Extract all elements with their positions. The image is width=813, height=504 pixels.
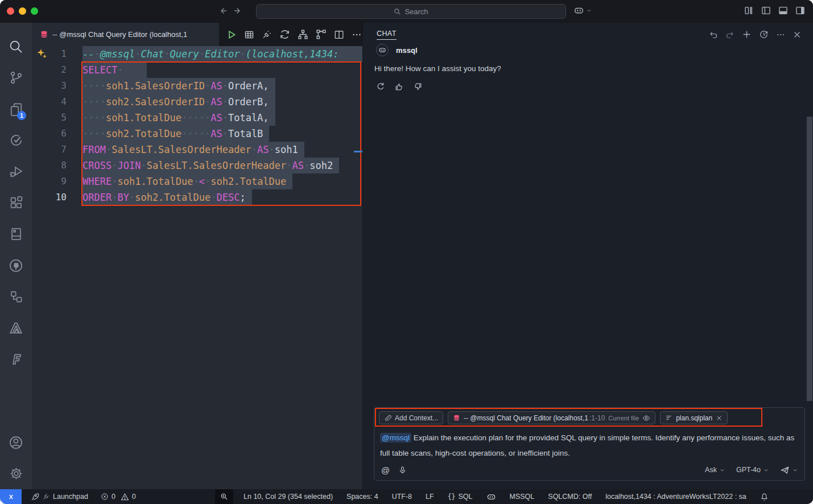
activity-fabric-icon[interactable]	[3, 344, 28, 375]
errors-icon	[101, 493, 109, 501]
remove-chip-icon[interactable]	[716, 415, 723, 422]
model-label: GPT-4o	[736, 466, 761, 474]
mention-context-icon[interactable]: @	[381, 465, 390, 475]
code-line[interactable]: 10ORDER·BY·soh2.TotalDue·DESC;	[32, 189, 362, 205]
activity-extensions-icon[interactable]	[3, 187, 28, 218]
mssql-status-item[interactable]: MSSQL	[510, 493, 535, 501]
sqlcmd-status-item[interactable]: SQLCMD: Off	[548, 493, 592, 501]
zoom-status-item[interactable]	[215, 489, 233, 504]
copilot-status-icon[interactable]	[486, 492, 496, 502]
chat-scrollbar[interactable]	[807, 117, 812, 401]
more-actions-icon[interactable]	[352, 30, 362, 40]
chat-mode-dropdown[interactable]: Ask	[705, 466, 725, 474]
code-line[interactable]: 4····soh2.SalesOrderID·AS·OrderB,	[32, 94, 362, 110]
toggle-primary-sidebar-icon[interactable]	[761, 6, 771, 15]
plan-file-chip[interactable]: plan.sqlplan	[660, 411, 728, 424]
warnings-icon	[121, 493, 129, 501]
disconnect-plug-icon[interactable]	[262, 30, 272, 40]
editor-tab[interactable]: -- @mssql Chat Query Editor (localhost,1	[32, 23, 219, 46]
code-line[interactable]: 2SELECT·	[32, 62, 362, 78]
chat-close-icon[interactable]	[793, 30, 802, 39]
database-icon	[453, 414, 460, 422]
activity-source-control-icon[interactable]	[3, 62, 28, 93]
code-line[interactable]: 5····soh1.TotalDue·····AS·TotalA,	[32, 110, 362, 126]
eye-icon[interactable]	[642, 414, 650, 422]
chat-input-actions: @ Ask GPT-4o	[374, 461, 804, 479]
activity-run-debug-icon[interactable]	[3, 156, 28, 187]
assistant-message: Hi there! How can I assist you today?	[374, 64, 501, 73]
activity-explorer-icon[interactable]: 1	[3, 93, 28, 125]
copilot-sparkle-icon[interactable]	[36, 48, 48, 60]
add-context-label: Add Context...	[395, 414, 438, 422]
file-chip-title: -- @mssql Chat Query Editor (localhost,1	[464, 414, 588, 422]
code-editor[interactable]: 1--·@mssql·Chat·Query·Editor·(localhost,…	[32, 46, 362, 489]
settings-gear-icon[interactable]	[3, 458, 28, 489]
new-chat-icon[interactable]	[742, 30, 752, 39]
results-grid-icon[interactable]	[244, 30, 254, 40]
chevron-down-icon	[764, 468, 769, 473]
problems-item[interactable]: 0 0	[101, 493, 136, 501]
code-line[interactable]: 8CROSS·JOIN·SalesLT.SalesOrderHeader·AS·…	[32, 158, 362, 173]
remote-indicator[interactable]	[0, 489, 22, 504]
explorer-badge: 1	[17, 111, 26, 120]
chat-tab[interactable]: CHAT	[377, 30, 397, 40]
customize-layout-icon[interactable]	[744, 6, 754, 15]
chat-history-icon[interactable]	[759, 30, 769, 39]
nav-back-icon[interactable]	[218, 6, 228, 15]
command-center-search[interactable]: Search	[256, 4, 566, 19]
mic-icon[interactable]	[398, 466, 407, 474]
run-query-icon[interactable]	[226, 30, 237, 40]
encoding-item[interactable]: UTF-8	[392, 493, 412, 501]
chat-redo-icon[interactable]	[725, 30, 734, 39]
split-editor-icon[interactable]	[334, 30, 344, 40]
copilot-menu-button[interactable]	[573, 5, 592, 16]
activity-azure-icon[interactable]	[3, 312, 28, 344]
launchpad-item[interactable]: Launchpad	[31, 493, 88, 501]
activity-notebook-icon[interactable]	[3, 218, 28, 250]
eol-item[interactable]: LF	[426, 493, 434, 501]
thumbs-up-icon[interactable]	[394, 82, 404, 92]
chat-input-text[interactable]: @mssql Explain the execution plan for th…	[374, 428, 804, 461]
estimated-plan-icon[interactable]	[298, 29, 308, 40]
code-line[interactable]: 3····soh1.SalesOrderID·AS·OrderA,	[32, 78, 362, 94]
thumbs-down-icon[interactable]	[413, 82, 423, 92]
change-connection-icon[interactable]	[279, 29, 290, 40]
code-line[interactable]: 7FROM·SalesLT.SalesOrderHeader·AS·soh1	[32, 142, 362, 158]
code-line[interactable]: 6····soh2.TotalDue·····AS·TotalB	[32, 126, 362, 142]
rocket-icon	[31, 493, 39, 501]
activity-connections-icon[interactable]	[3, 281, 28, 312]
activity-github-icon[interactable]	[3, 250, 28, 281]
model-picker-dropdown[interactable]: GPT-4o	[736, 466, 769, 474]
regenerate-icon[interactable]	[376, 82, 385, 92]
editor-group: -- @mssql Chat Query Editor (localhost,1…	[32, 23, 362, 489]
nav-forward-icon[interactable]	[233, 6, 242, 15]
activity-test-icon[interactable]	[3, 125, 28, 156]
vscode-window: Search 1	[0, 0, 813, 504]
close-window-button[interactable]	[7, 7, 14, 15]
chat-input-widget[interactable]: Add Context... -- @mssql Chat Query Edit…	[374, 407, 805, 481]
plan-chip-label: plan.sqlplan	[676, 414, 712, 422]
language-mode-item[interactable]: {}SQL	[448, 493, 473, 501]
toggle-secondary-sidebar-icon[interactable]	[795, 6, 805, 15]
add-context-button[interactable]: Add Context...	[379, 411, 443, 424]
line-number: 7	[32, 142, 67, 158]
toggle-panel-icon[interactable]	[778, 6, 788, 15]
activity-search-icon[interactable]	[3, 31, 28, 62]
cursor-position-item[interactable]: Ln 10, Col 29 (354 selected)	[244, 493, 333, 501]
actual-plan-icon[interactable]	[316, 29, 327, 40]
file-context-chip[interactable]: -- @mssql Chat Query Editor (localhost,1…	[448, 411, 655, 424]
line-number: 5	[32, 110, 67, 126]
connection-status-item[interactable]: localhost,1434 : AdventureWorksLT2022 : …	[605, 493, 746, 501]
chat-undo-icon[interactable]	[709, 30, 718, 39]
code-line[interactable]: 1--·@mssql·Chat·Query·Editor·(localhost,…	[32, 46, 362, 62]
minimize-window-button[interactable]	[19, 7, 26, 15]
notifications-bell-icon[interactable]	[760, 493, 769, 501]
file-chip-badge: Current file	[608, 415, 639, 422]
chat-panel-header: CHAT	[363, 23, 813, 46]
maximize-window-button[interactable]	[31, 7, 38, 15]
send-button[interactable]	[780, 465, 798, 475]
code-line[interactable]: 9WHERE·soh1.TotalDue·<·soh2.TotalDue	[32, 173, 362, 189]
chat-more-icon[interactable]	[776, 30, 785, 39]
account-icon[interactable]	[3, 427, 28, 458]
indentation-item[interactable]: Spaces: 4	[346, 493, 378, 501]
